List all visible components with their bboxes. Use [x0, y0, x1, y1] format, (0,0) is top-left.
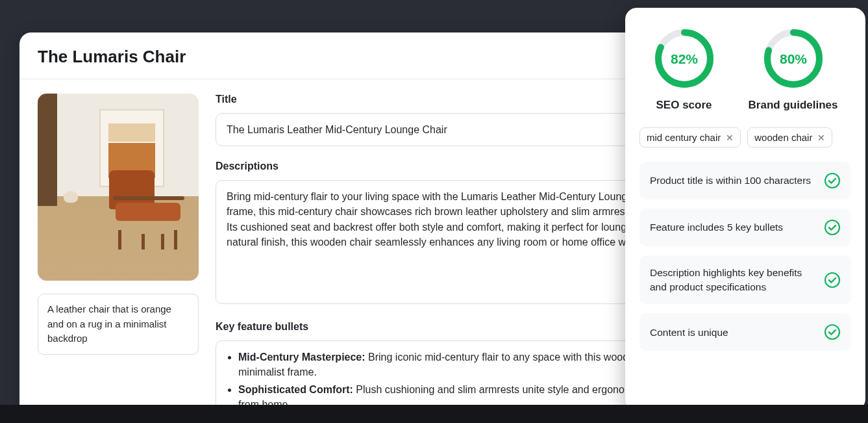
check-item: Description highlights key benefits and …: [639, 255, 851, 304]
svg-point-5: [825, 325, 839, 339]
check-circle-icon: [824, 324, 841, 340]
brand-gauge-svg: 80%: [762, 27, 825, 90]
insights-panel: 82% SEO score 80% Brand guidelines mid c…: [625, 8, 865, 411]
svg-point-4: [825, 273, 839, 287]
close-icon[interactable]: ✕: [817, 133, 825, 142]
check-item: Content is unique: [639, 313, 851, 351]
brand-gauge-label: Brand guidelines: [749, 99, 838, 112]
brand-gauge-value: 80%: [779, 51, 806, 66]
check-item: Product title is within 100 characters: [639, 162, 851, 199]
check-circle-icon: [824, 272, 841, 288]
keyword-tags: mid century chair✕wooden chair✕: [639, 127, 851, 147]
product-image[interactable]: [38, 94, 199, 281]
brand-score-gauge: 80% Brand guidelines: [749, 27, 838, 112]
svg-point-3: [825, 220, 839, 235]
score-gauges: 82% SEO score 80% Brand guidelines: [639, 27, 851, 112]
check-text: Description highlights key benefits and …: [650, 266, 815, 294]
seo-score-gauge: 82% SEO score: [653, 27, 715, 112]
check-list: Product title is within 100 charactersFe…: [639, 162, 851, 351]
check-text: Feature includes 5 key bullets: [650, 220, 815, 235]
bottom-bar: [0, 405, 868, 423]
keyword-tag[interactable]: mid century chair✕: [639, 127, 741, 147]
seo-gauge-label: SEO score: [656, 99, 712, 112]
check-text: Content is unique: [650, 326, 815, 340]
page-title: The Lumaris Chair: [38, 47, 186, 67]
svg-point-2: [825, 173, 839, 188]
seo-gauge-svg: 82%: [653, 27, 715, 90]
left-column: A leather chair that is orange and on a …: [38, 94, 199, 422]
check-item: Feature includes 5 key bullets: [639, 209, 851, 246]
close-icon[interactable]: ✕: [726, 133, 734, 142]
image-caption-input[interactable]: A leather chair that is orange and on a …: [38, 294, 199, 355]
check-circle-icon: [824, 172, 841, 189]
tag-label: mid century chair: [647, 132, 721, 143]
seo-gauge-value: 82%: [671, 51, 698, 66]
check-text: Product title is within 100 characters: [650, 173, 815, 188]
check-circle-icon: [824, 219, 841, 236]
keyword-tag[interactable]: wooden chair✕: [747, 127, 832, 147]
tag-label: wooden chair: [754, 132, 812, 143]
